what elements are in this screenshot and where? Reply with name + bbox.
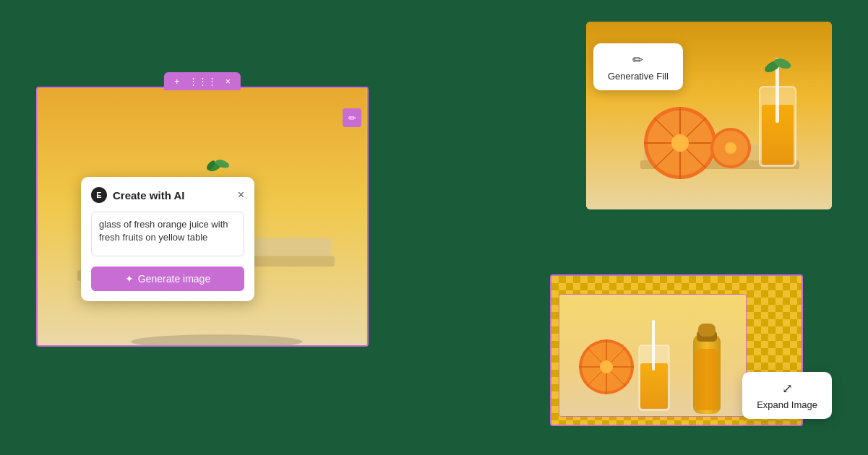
generative-fill-label: Generative Fill [608,71,669,82]
top-right-panel: ✏ Generative Fill [557,22,832,217]
expand-image-label: Expand Image [757,399,817,410]
expand-icon: ⤢ [782,381,793,396]
elementor-icon: E [91,187,107,203]
toolbar-bar: + ⋮⋮⋮ × [164,72,241,90]
expand-image-card: ⤢ Expand Image [742,372,832,419]
svg-point-34 [671,134,689,152]
ai-dialog: E Create with AI × ✦ Generate image [81,177,254,301]
ai-title-text: Create with AI [113,189,184,202]
svg-rect-53 [652,320,655,370]
svg-rect-56 [698,324,716,337]
edit-icon[interactable]: ✏ [343,108,361,127]
svg-point-50 [600,360,613,373]
toolbar-plus[interactable]: + [174,76,180,87]
generate-label: Generate image [138,273,210,285]
ai-prompt-textarea[interactable] [91,212,244,256]
generative-fill-card: ✏ Generative Fill [593,43,683,90]
ai-dialog-close[interactable]: × [238,189,244,201]
generate-icon: ✦ [125,273,134,285]
svg-rect-57 [695,349,718,410]
toolbar-grid[interactable]: ⋮⋮⋮ [189,76,217,87]
bottom-inner-image [559,294,747,417]
brush-icon: ✏ [632,52,643,68]
ai-dialog-title: E Create with AI [91,187,184,203]
generate-image-button[interactable]: ✦ Generate image [91,266,244,291]
ai-dialog-header: E Create with AI × [91,187,244,203]
toolbar-close[interactable]: × [225,76,231,87]
svg-point-37 [725,142,736,154]
bottom-right-panel: ⤢ Expand Image [550,274,832,433]
left-panel: + ⋮⋮⋮ × [36,72,369,347]
